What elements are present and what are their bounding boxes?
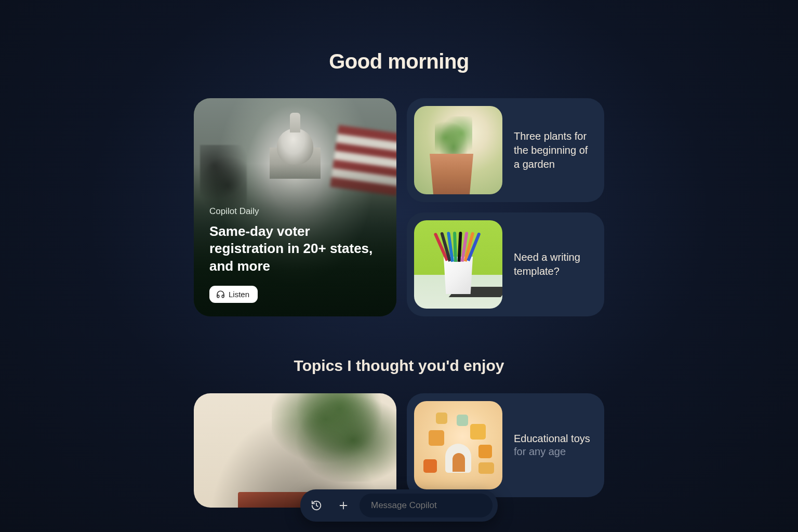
hero-eyebrow: Copilot Daily — [209, 206, 381, 217]
hero-card[interactable]: Copilot Daily Same-day voter registratio… — [194, 98, 396, 316]
topic-large-image — [272, 393, 396, 482]
composer-bar — [300, 489, 498, 522]
card-plants-title: Three plants for the beginning of a gard… — [514, 129, 597, 171]
card-plants-thumb — [414, 106, 502, 194]
listen-label: Listen — [229, 290, 249, 299]
cards-grid: Copilot Daily Same-day voter registratio… — [0, 98, 798, 316]
headphones-icon — [216, 290, 225, 299]
message-input[interactable] — [360, 494, 493, 517]
topic-card-toys[interactable]: Educational toys for any age — [407, 393, 604, 497]
card-writing-title: Need a writing template? — [514, 250, 597, 278]
topic-toys-thumb — [414, 401, 502, 489]
plus-icon — [338, 500, 349, 511]
new-chat-button[interactable] — [332, 495, 354, 516]
card-writing[interactable]: Need a writing template? — [407, 212, 604, 316]
history-icon — [311, 500, 322, 511]
card-plants[interactable]: Three plants for the beginning of a gard… — [407, 98, 604, 202]
topics-heading: Topics I thought you'd enjoy — [0, 357, 798, 375]
greeting-heading: Good morning — [0, 50, 798, 73]
listen-button[interactable]: Listen — [209, 286, 258, 303]
topic-toys-title: Educational toys — [514, 433, 590, 445]
history-button[interactable] — [305, 495, 327, 516]
hero-title: Same-day voter registration in 20+ state… — [209, 223, 381, 275]
card-writing-thumb — [414, 220, 502, 309]
topic-toys-sub: for any age — [514, 446, 590, 458]
